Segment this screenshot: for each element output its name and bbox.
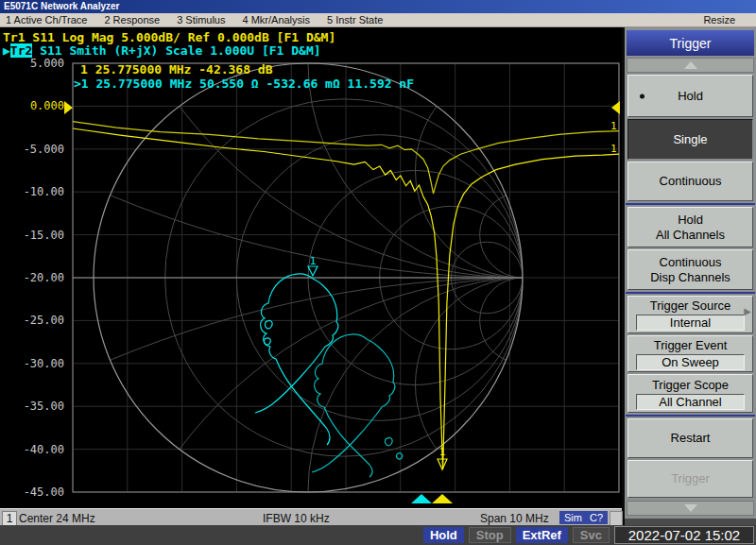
softkey-label: Trigger Event (654, 338, 728, 353)
display-screen: Tr1 S11 Log Mag 5.000dB/ Ref 0.000dB [F1… (0, 27, 622, 525)
trace-tr2-s11-smith-data (264, 338, 270, 345)
trace-tr2-s11-smith-data (266, 320, 272, 328)
scroll-down-icon (684, 504, 697, 512)
softkey-trigger-scope[interactable]: Trigger ScopeAll Channel (627, 374, 753, 413)
y-axis-label: -10.00 (24, 185, 64, 198)
softkey-label: Trigger Source (650, 298, 731, 314)
menu-item-2[interactable]: 2 Response (104, 14, 160, 26)
sim-badge[interactable]: Sim (559, 511, 587, 524)
menu-bar: 1 Active Ch/Trace2 Response3 Stimulus4 M… (0, 13, 756, 27)
softkey-trigger-source[interactable]: Trigger SourceInternal▶ (627, 296, 753, 333)
graph-area[interactable]: 5.0000.000-5.000-10.00-15.00-20.00-25.00… (0, 27, 622, 508)
reference-level-marker-left-icon[interactable] (64, 101, 73, 114)
trace-tr2-s11-smith-memory (386, 437, 392, 445)
softkey-trigger-event[interactable]: Trigger EventOn Sweep (627, 335, 753, 372)
softkey-label: All Channels (656, 228, 725, 243)
softkey-label: Trigger (671, 471, 710, 486)
sidebar-filler (625, 519, 756, 525)
menu-item-3[interactable]: 3 Stimulus (177, 14, 225, 26)
softkey-hold[interactable]: Hold (627, 75, 753, 117)
softkey-hold[interactable]: HoldAll Channels (627, 207, 753, 247)
title-bar: E5071C Network Analyzer (0, 0, 756, 13)
taskbar-stop-indicator[interactable]: Stop (469, 527, 511, 543)
y-axis-label: -40.00 (24, 443, 64, 456)
y-axis-label: 0.000 (30, 99, 64, 112)
y-axis-label: -45.00 (24, 485, 64, 499)
y-axis-label: -35.00 (24, 400, 64, 413)
marker-stimulus-indicator-tr1-icon[interactable] (432, 494, 453, 503)
span-label[interactable]: Span 10 MHz (480, 512, 549, 525)
softkey-restart[interactable]: Restart (627, 418, 753, 458)
menu-item-4[interactable]: 4 Mkr/Analysis (242, 14, 310, 26)
softkey-label: Single (673, 132, 707, 147)
softkey-group-separator (626, 292, 755, 294)
y-axis-label: -15.00 (24, 229, 64, 242)
svg-text:1: 1 (310, 255, 317, 267)
y-axis-label: -20.00 (24, 271, 64, 284)
ifbw-label[interactable]: IFBW 10 kHz (263, 512, 330, 525)
softkey-sidebar: Trigger HoldSingleContinuousHoldAll Chan… (622, 27, 756, 525)
cal-status-badge[interactable]: C? (585, 511, 608, 524)
taskbar-extref-indicator[interactable]: ExtRef (516, 527, 568, 543)
y-axis-label: -5.000 (24, 143, 64, 156)
marker-stimulus-indicator-tr2-icon[interactable] (411, 494, 432, 503)
instrument-taskbar: HoldStopExtRefSvc 2022-07-02 15:02 (0, 525, 756, 545)
softkey-label: Restart (671, 431, 711, 446)
softkey-trigger: Trigger (627, 460, 753, 498)
softkey-scroll-up[interactable] (627, 58, 754, 73)
y-axis-label: -30.00 (24, 357, 64, 370)
y-axis-labels: 5.0000.000-5.000-10.00-15.00-20.00-25.00… (24, 57, 64, 499)
softkey-single[interactable]: Single (627, 119, 753, 160)
taskbar-hold-indicator[interactable]: Hold (423, 527, 464, 543)
menu-item-5[interactable]: 5 Instr State (327, 14, 383, 26)
smith-chart-grid (0, 27, 622, 508)
reference-level-marker-right-icon (611, 101, 620, 114)
softkey-continuous[interactable]: Continuous (627, 162, 753, 201)
softkey-label: Continuous (660, 255, 722, 270)
window-title: E5071C Network Analyzer (4, 1, 119, 11)
y-axis-label: -25.00 (24, 314, 64, 327)
softkey-menu-title: Trigger (627, 30, 754, 56)
resize-control[interactable]: Resize (703, 14, 735, 26)
channel-status-bar: 1 Center 24 MHz IFBW 10 kHz Span 10 MHz … (0, 508, 622, 526)
softkey-label: Disp Channels (650, 270, 730, 285)
statusbar-grip (610, 511, 623, 526)
trace1-data-number-label: 1 (610, 120, 617, 132)
marker1-readout-tr1: 1 25.775000 MHz -42.368 dB (80, 62, 273, 77)
taskbar-svc-indicator[interactable]: Svc (573, 527, 610, 543)
softkey-label: Hold (678, 213, 703, 228)
trace-tr2-s11-smith-memory (396, 453, 402, 459)
instrument-window: { "window": { "title": "E5071C Network A… (0, 0, 756, 545)
softkey-label: Hold (678, 89, 703, 104)
clock: 2022-07-02 15:02 (614, 526, 754, 544)
menu-item-1[interactable]: 1 Active Ch/Trace (6, 14, 87, 26)
center-frequency-label[interactable]: Center 24 MHz (19, 512, 95, 525)
trace1-memory-number-label: 1 (610, 143, 617, 155)
y-axis-label: 5.000 (30, 57, 64, 70)
marker1-readout-tr2: >1 25.775000 MHz 50.550 Ω -532.66 mΩ 11.… (74, 77, 414, 91)
channel-number-box: 1 (2, 511, 17, 526)
svg-text:1: 1 (439, 446, 446, 458)
softkey-value: Internal (636, 315, 745, 331)
softkey-label: Trigger Scope (652, 378, 729, 393)
softkey-group-separator (626, 415, 755, 417)
softkey-scroll-down[interactable] (627, 501, 754, 516)
chevron-right-icon: ▶ (744, 304, 751, 319)
main-content: Tr1 S11 Log Mag 5.000dB/ Ref 0.000dB [F1… (0, 27, 756, 525)
scroll-up-icon (684, 61, 697, 69)
softkey-label: Continuous (660, 174, 722, 189)
marker1-smith-icon[interactable]: 1 (308, 255, 318, 276)
radio-selected-icon (640, 94, 644, 98)
softkey-value: On Sweep (636, 354, 745, 370)
softkey-value: All Channel (636, 394, 745, 410)
softkey-continuous[interactable]: ContinuousDisp Channels (627, 249, 753, 290)
softkey-group-separator (626, 203, 755, 205)
